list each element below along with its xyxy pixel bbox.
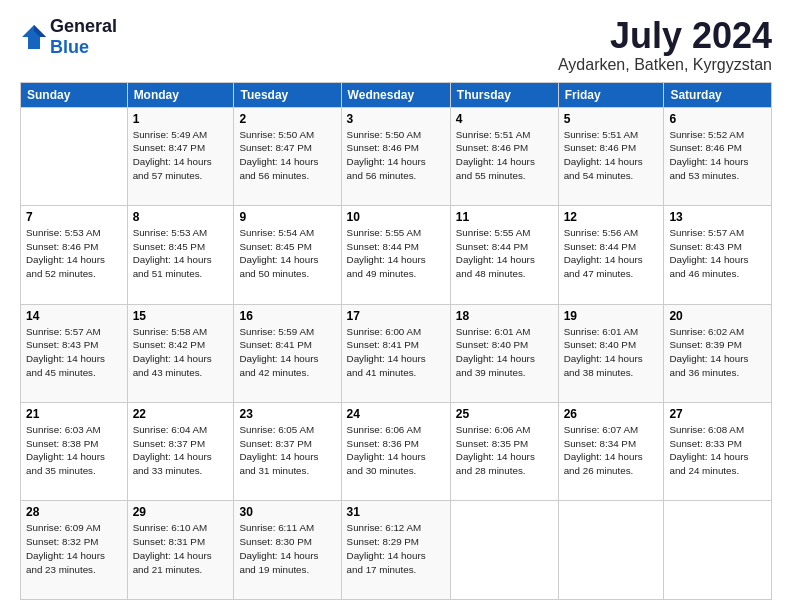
calendar-cell-w5-d3: 30Sunrise: 6:11 AM Sunset: 8:30 PM Dayli… bbox=[234, 501, 341, 600]
day-number: 18 bbox=[456, 309, 553, 323]
header-sunday: Sunday bbox=[21, 82, 128, 107]
calendar-cell-w5-d1: 28Sunrise: 6:09 AM Sunset: 8:32 PM Dayli… bbox=[21, 501, 128, 600]
day-number: 28 bbox=[26, 505, 122, 519]
header-wednesday: Wednesday bbox=[341, 82, 450, 107]
calendar-cell-w2-d6: 12Sunrise: 5:56 AM Sunset: 8:44 PM Dayli… bbox=[558, 206, 664, 304]
calendar-cell-w1-d1 bbox=[21, 107, 128, 205]
day-number: 7 bbox=[26, 210, 122, 224]
day-number: 26 bbox=[564, 407, 659, 421]
day-info: Sunrise: 5:57 AM Sunset: 8:43 PM Dayligh… bbox=[26, 325, 122, 380]
day-info: Sunrise: 6:01 AM Sunset: 8:40 PM Dayligh… bbox=[456, 325, 553, 380]
day-info: Sunrise: 6:08 AM Sunset: 8:33 PM Dayligh… bbox=[669, 423, 766, 478]
logo-icon bbox=[20, 23, 48, 51]
day-info: Sunrise: 5:58 AM Sunset: 8:42 PM Dayligh… bbox=[133, 325, 229, 380]
calendar-cell-w3-d6: 19Sunrise: 6:01 AM Sunset: 8:40 PM Dayli… bbox=[558, 304, 664, 402]
calendar-cell-w5-d6 bbox=[558, 501, 664, 600]
calendar-cell-w3-d4: 17Sunrise: 6:00 AM Sunset: 8:41 PM Dayli… bbox=[341, 304, 450, 402]
day-info: Sunrise: 6:05 AM Sunset: 8:37 PM Dayligh… bbox=[239, 423, 335, 478]
month-title: July 2024 bbox=[558, 16, 772, 56]
day-info: Sunrise: 6:01 AM Sunset: 8:40 PM Dayligh… bbox=[564, 325, 659, 380]
day-info: Sunrise: 5:51 AM Sunset: 8:46 PM Dayligh… bbox=[564, 128, 659, 183]
day-info: Sunrise: 5:54 AM Sunset: 8:45 PM Dayligh… bbox=[239, 226, 335, 281]
calendar-cell-w4-d4: 24Sunrise: 6:06 AM Sunset: 8:36 PM Dayli… bbox=[341, 403, 450, 501]
day-info: Sunrise: 6:04 AM Sunset: 8:37 PM Dayligh… bbox=[133, 423, 229, 478]
logo-general: General bbox=[50, 16, 117, 36]
header-saturday: Saturday bbox=[664, 82, 772, 107]
calendar-week-2: 7Sunrise: 5:53 AM Sunset: 8:46 PM Daylig… bbox=[21, 206, 772, 304]
calendar-week-3: 14Sunrise: 5:57 AM Sunset: 8:43 PM Dayli… bbox=[21, 304, 772, 402]
calendar-header-row: Sunday Monday Tuesday Wednesday Thursday… bbox=[21, 82, 772, 107]
calendar-cell-w3-d3: 16Sunrise: 5:59 AM Sunset: 8:41 PM Dayli… bbox=[234, 304, 341, 402]
day-number: 3 bbox=[347, 112, 445, 126]
calendar-cell-w4-d1: 21Sunrise: 6:03 AM Sunset: 8:38 PM Dayli… bbox=[21, 403, 128, 501]
calendar-cell-w5-d7 bbox=[664, 501, 772, 600]
calendar-cell-w1-d4: 3Sunrise: 5:50 AM Sunset: 8:46 PM Daylig… bbox=[341, 107, 450, 205]
day-info: Sunrise: 5:51 AM Sunset: 8:46 PM Dayligh… bbox=[456, 128, 553, 183]
day-info: Sunrise: 5:55 AM Sunset: 8:44 PM Dayligh… bbox=[347, 226, 445, 281]
day-number: 19 bbox=[564, 309, 659, 323]
day-number: 20 bbox=[669, 309, 766, 323]
title-block: July 2024 Aydarken, Batken, Kyrgyzstan bbox=[558, 16, 772, 74]
day-info: Sunrise: 6:06 AM Sunset: 8:35 PM Dayligh… bbox=[456, 423, 553, 478]
day-number: 29 bbox=[133, 505, 229, 519]
day-info: Sunrise: 5:49 AM Sunset: 8:47 PM Dayligh… bbox=[133, 128, 229, 183]
day-info: Sunrise: 6:11 AM Sunset: 8:30 PM Dayligh… bbox=[239, 521, 335, 576]
calendar-cell-w4-d2: 22Sunrise: 6:04 AM Sunset: 8:37 PM Dayli… bbox=[127, 403, 234, 501]
day-info: Sunrise: 6:07 AM Sunset: 8:34 PM Dayligh… bbox=[564, 423, 659, 478]
day-number: 13 bbox=[669, 210, 766, 224]
day-info: Sunrise: 5:53 AM Sunset: 8:45 PM Dayligh… bbox=[133, 226, 229, 281]
day-number: 12 bbox=[564, 210, 659, 224]
header-tuesday: Tuesday bbox=[234, 82, 341, 107]
calendar-cell-w5-d2: 29Sunrise: 6:10 AM Sunset: 8:31 PM Dayli… bbox=[127, 501, 234, 600]
header: General Blue July 2024 Aydarken, Batken,… bbox=[20, 16, 772, 74]
calendar-cell-w5-d5 bbox=[450, 501, 558, 600]
calendar-week-1: 1Sunrise: 5:49 AM Sunset: 8:47 PM Daylig… bbox=[21, 107, 772, 205]
calendar-cell-w3-d2: 15Sunrise: 5:58 AM Sunset: 8:42 PM Dayli… bbox=[127, 304, 234, 402]
day-info: Sunrise: 6:06 AM Sunset: 8:36 PM Dayligh… bbox=[347, 423, 445, 478]
day-info: Sunrise: 5:50 AM Sunset: 8:47 PM Dayligh… bbox=[239, 128, 335, 183]
day-number: 30 bbox=[239, 505, 335, 519]
calendar-cell-w1-d5: 4Sunrise: 5:51 AM Sunset: 8:46 PM Daylig… bbox=[450, 107, 558, 205]
day-number: 31 bbox=[347, 505, 445, 519]
day-info: Sunrise: 5:52 AM Sunset: 8:46 PM Dayligh… bbox=[669, 128, 766, 183]
page: General Blue July 2024 Aydarken, Batken,… bbox=[0, 0, 792, 612]
logo: General Blue bbox=[20, 16, 117, 58]
day-info: Sunrise: 5:55 AM Sunset: 8:44 PM Dayligh… bbox=[456, 226, 553, 281]
calendar-cell-w2-d4: 10Sunrise: 5:55 AM Sunset: 8:44 PM Dayli… bbox=[341, 206, 450, 304]
day-number: 15 bbox=[133, 309, 229, 323]
logo-blue: Blue bbox=[50, 37, 89, 57]
day-info: Sunrise: 6:12 AM Sunset: 8:29 PM Dayligh… bbox=[347, 521, 445, 576]
calendar-cell-w3-d5: 18Sunrise: 6:01 AM Sunset: 8:40 PM Dayli… bbox=[450, 304, 558, 402]
day-info: Sunrise: 5:57 AM Sunset: 8:43 PM Dayligh… bbox=[669, 226, 766, 281]
day-number: 9 bbox=[239, 210, 335, 224]
calendar-cell-w1-d7: 6Sunrise: 5:52 AM Sunset: 8:46 PM Daylig… bbox=[664, 107, 772, 205]
day-number: 23 bbox=[239, 407, 335, 421]
calendar-week-5: 28Sunrise: 6:09 AM Sunset: 8:32 PM Dayli… bbox=[21, 501, 772, 600]
calendar-cell-w5-d4: 31Sunrise: 6:12 AM Sunset: 8:29 PM Dayli… bbox=[341, 501, 450, 600]
day-info: Sunrise: 5:53 AM Sunset: 8:46 PM Dayligh… bbox=[26, 226, 122, 281]
calendar-cell-w1-d6: 5Sunrise: 5:51 AM Sunset: 8:46 PM Daylig… bbox=[558, 107, 664, 205]
calendar-cell-w1-d3: 2Sunrise: 5:50 AM Sunset: 8:47 PM Daylig… bbox=[234, 107, 341, 205]
header-monday: Monday bbox=[127, 82, 234, 107]
calendar-cell-w2-d3: 9Sunrise: 5:54 AM Sunset: 8:45 PM Daylig… bbox=[234, 206, 341, 304]
day-info: Sunrise: 5:56 AM Sunset: 8:44 PM Dayligh… bbox=[564, 226, 659, 281]
header-thursday: Thursday bbox=[450, 82, 558, 107]
day-number: 1 bbox=[133, 112, 229, 126]
day-number: 6 bbox=[669, 112, 766, 126]
calendar-cell-w3-d1: 14Sunrise: 5:57 AM Sunset: 8:43 PM Dayli… bbox=[21, 304, 128, 402]
calendar-cell-w2-d7: 13Sunrise: 5:57 AM Sunset: 8:43 PM Dayli… bbox=[664, 206, 772, 304]
day-info: Sunrise: 5:50 AM Sunset: 8:46 PM Dayligh… bbox=[347, 128, 445, 183]
day-info: Sunrise: 6:00 AM Sunset: 8:41 PM Dayligh… bbox=[347, 325, 445, 380]
day-number: 25 bbox=[456, 407, 553, 421]
header-friday: Friday bbox=[558, 82, 664, 107]
day-info: Sunrise: 6:10 AM Sunset: 8:31 PM Dayligh… bbox=[133, 521, 229, 576]
calendar-cell-w4-d7: 27Sunrise: 6:08 AM Sunset: 8:33 PM Dayli… bbox=[664, 403, 772, 501]
day-number: 17 bbox=[347, 309, 445, 323]
day-number: 2 bbox=[239, 112, 335, 126]
day-number: 5 bbox=[564, 112, 659, 126]
calendar-cell-w4-d6: 26Sunrise: 6:07 AM Sunset: 8:34 PM Dayli… bbox=[558, 403, 664, 501]
day-number: 22 bbox=[133, 407, 229, 421]
day-number: 11 bbox=[456, 210, 553, 224]
calendar-cell-w2-d5: 11Sunrise: 5:55 AM Sunset: 8:44 PM Dayli… bbox=[450, 206, 558, 304]
day-info: Sunrise: 6:09 AM Sunset: 8:32 PM Dayligh… bbox=[26, 521, 122, 576]
